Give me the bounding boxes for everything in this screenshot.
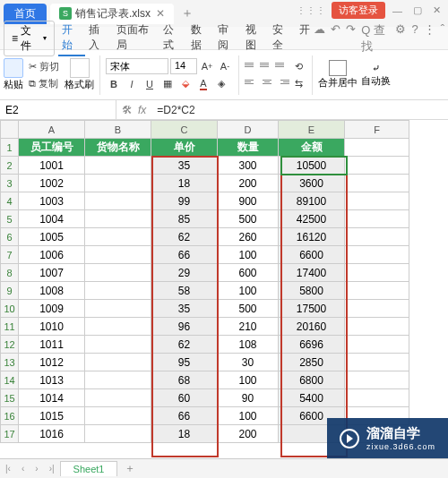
cell[interactable]: 100 bbox=[218, 371, 279, 389]
cell[interactable] bbox=[345, 371, 409, 389]
cell[interactable]: 1006 bbox=[19, 246, 85, 264]
cell[interactable]: 100 bbox=[218, 282, 279, 300]
cell[interactable]: 10500 bbox=[279, 157, 345, 175]
cell[interactable]: 5800 bbox=[279, 282, 345, 300]
cell[interactable]: 1007 bbox=[19, 264, 85, 282]
cell[interactable]: 18 bbox=[151, 425, 218, 443]
cell[interactable]: 42500 bbox=[279, 210, 345, 228]
cell[interactable]: 100 bbox=[218, 246, 279, 264]
cell[interactable]: 1004 bbox=[19, 210, 85, 228]
row-header-11[interactable]: 11 bbox=[1, 318, 19, 336]
cut-button[interactable]: ✂ 剪切 bbox=[27, 59, 61, 74]
header-cell[interactable]: 数量 bbox=[218, 139, 279, 157]
menu-视图[interactable]: 视图 bbox=[242, 21, 269, 56]
font-name-select[interactable]: 宋体 bbox=[106, 58, 168, 74]
cell[interactable]: 6800 bbox=[279, 371, 345, 389]
cell[interactable] bbox=[85, 157, 151, 175]
cell[interactable] bbox=[85, 354, 151, 371]
cell[interactable]: 1003 bbox=[19, 192, 85, 210]
header-cell[interactable]: 货物名称 bbox=[85, 139, 151, 157]
cell[interactable] bbox=[85, 228, 151, 246]
app-menu-icon[interactable]: ⋮⋮⋮ bbox=[297, 5, 326, 15]
cell[interactable]: 6600 bbox=[279, 246, 345, 264]
increase-font-icon[interactable]: A+ bbox=[199, 58, 215, 74]
sheet-tab[interactable]: Sheet1 bbox=[60, 461, 118, 476]
indent-icon[interactable]: ⇆ bbox=[290, 75, 306, 91]
cell[interactable]: 89100 bbox=[279, 192, 345, 210]
close-window-icon[interactable]: ✕ bbox=[429, 4, 444, 16]
cell[interactable]: 1011 bbox=[19, 336, 85, 354]
header-cell[interactable]: 单价 bbox=[151, 139, 218, 157]
format-painter-button[interactable]: 格式刷 bbox=[65, 58, 94, 91]
sheet-nav-first-icon[interactable]: |‹ bbox=[0, 464, 16, 474]
menu-数据[interactable]: 数据 bbox=[187, 21, 214, 56]
cell[interactable]: 1014 bbox=[19, 389, 85, 407]
cell[interactable]: 17500 bbox=[279, 300, 345, 318]
cell[interactable] bbox=[345, 282, 409, 300]
header-cell[interactable]: 员工编号 bbox=[19, 139, 85, 157]
menu-审阅[interactable]: 审阅 bbox=[214, 21, 241, 56]
row-header-17[interactable]: 17 bbox=[1, 425, 19, 443]
add-sheet-button[interactable]: ＋ bbox=[117, 461, 142, 476]
cell[interactable] bbox=[85, 282, 151, 300]
cell[interactable] bbox=[85, 210, 151, 228]
cell[interactable] bbox=[345, 300, 409, 318]
orientation-icon[interactable]: ⟲ bbox=[290, 58, 306, 74]
row-header-16[interactable]: 16 bbox=[1, 407, 19, 425]
collapse-ribbon-icon[interactable]: ˆ bbox=[441, 22, 444, 55]
cell[interactable]: 99 bbox=[151, 192, 218, 210]
sheet-nav-last-icon[interactable]: ›| bbox=[44, 464, 60, 474]
cell[interactable] bbox=[345, 192, 409, 210]
cell[interactable]: 95 bbox=[151, 354, 218, 371]
cell[interactable] bbox=[85, 175, 151, 192]
align-top-icon[interactable] bbox=[245, 58, 259, 71]
cell[interactable]: 6696 bbox=[279, 336, 345, 354]
spreadsheet-grid[interactable]: ABCDEF1员工编号货物名称单价数量金额2100135300105003100… bbox=[0, 120, 448, 443]
minimize-icon[interactable]: — bbox=[389, 5, 406, 16]
row-header-14[interactable]: 14 bbox=[1, 371, 19, 389]
cell[interactable]: 1013 bbox=[19, 371, 85, 389]
sheet-nav-next-icon[interactable]: › bbox=[30, 464, 43, 474]
align-middle-icon[interactable] bbox=[260, 58, 274, 71]
cell[interactable] bbox=[85, 425, 151, 443]
paste-button[interactable]: 粘贴 bbox=[4, 58, 23, 91]
menu-开始[interactable]: 开始 bbox=[58, 21, 85, 56]
cell[interactable]: 35 bbox=[151, 157, 218, 175]
col-header-A[interactable]: A bbox=[19, 121, 85, 139]
cell[interactable]: 500 bbox=[218, 210, 279, 228]
menu-页面布局[interactable]: 页面布局 bbox=[113, 21, 160, 56]
align-center-icon[interactable] bbox=[260, 75, 274, 88]
italic-button[interactable]: I bbox=[124, 76, 140, 92]
new-tab-button[interactable]: ＋ bbox=[174, 5, 201, 21]
cell[interactable]: 1010 bbox=[19, 318, 85, 336]
copy-button[interactable]: ⧉ 复制 bbox=[27, 76, 61, 91]
cell[interactable]: 60 bbox=[151, 389, 218, 407]
cell[interactable] bbox=[85, 246, 151, 264]
settings-icon[interactable]: ⚙ bbox=[395, 22, 406, 55]
cell[interactable] bbox=[345, 264, 409, 282]
cell[interactable] bbox=[345, 246, 409, 264]
row-header-5[interactable]: 5 bbox=[1, 210, 19, 228]
more-icon[interactable]: ⋮ bbox=[424, 22, 435, 55]
cell[interactable]: 1015 bbox=[19, 407, 85, 425]
cell[interactable] bbox=[345, 210, 409, 228]
cell[interactable]: 200 bbox=[218, 425, 279, 443]
cell[interactable] bbox=[85, 264, 151, 282]
select-all-corner[interactable] bbox=[1, 121, 19, 139]
cell[interactable]: 100 bbox=[218, 407, 279, 425]
col-header-B[interactable]: B bbox=[85, 121, 151, 139]
row-header-10[interactable]: 10 bbox=[1, 300, 19, 318]
cell[interactable]: 300 bbox=[218, 157, 279, 175]
maximize-icon[interactable]: ▢ bbox=[409, 4, 426, 16]
cell[interactable] bbox=[345, 157, 409, 175]
cell[interactable]: 29 bbox=[151, 264, 218, 282]
row-header-8[interactable]: 8 bbox=[1, 264, 19, 282]
cell[interactable]: 85 bbox=[151, 210, 218, 228]
cell[interactable]: 5400 bbox=[279, 389, 345, 407]
cell[interactable] bbox=[345, 336, 409, 354]
col-header-D[interactable]: D bbox=[218, 121, 279, 139]
cell[interactable] bbox=[345, 139, 409, 157]
cell[interactable] bbox=[345, 318, 409, 336]
borders-button[interactable]: ▦ bbox=[159, 76, 176, 92]
cell[interactable]: 62 bbox=[151, 228, 218, 246]
